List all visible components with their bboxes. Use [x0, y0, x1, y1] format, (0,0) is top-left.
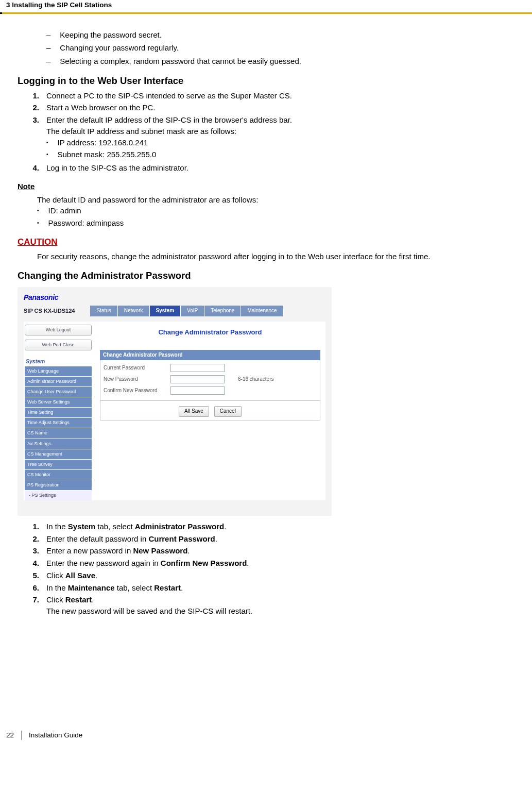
input-confirm-password[interactable]: [170, 386, 225, 395]
footer-separator: [21, 731, 22, 740]
panel-heading: Change Administrator Password: [100, 350, 320, 361]
sidebar-subitem-ps-settings[interactable]: - PS Settings: [25, 491, 92, 500]
step-text: In the Maintenance tab, select Restart.: [46, 582, 526, 594]
tab-telephone[interactable]: Telephone: [204, 306, 241, 316]
sidebar-item-change-user-password[interactable]: Change User Password: [25, 387, 92, 397]
sidebar-item-cs-monitor[interactable]: CS Monitor: [25, 470, 92, 480]
step-text: Connect a PC to the SIP-CS intended to s…: [46, 90, 526, 102]
default-id-value: ID: admin: [48, 205, 81, 216]
subnet-mask-value: Subnet mask: 255.255.255.0: [58, 149, 157, 160]
step-number: 2.: [30, 102, 39, 113]
step-text: Enter a new password in New Password.: [46, 545, 526, 557]
sidebar-item-web-language[interactable]: Web Language: [25, 366, 92, 377]
step-text: Click Restart. The new password will be …: [46, 594, 526, 617]
document-title: Installation Guide: [29, 730, 82, 740]
header-rule: [0, 12, 532, 14]
step-number: 4.: [30, 558, 39, 569]
label-confirm-password: Confirm New Password: [104, 387, 170, 395]
step-text: Enter the new password again in Confirm …: [46, 558, 526, 569]
list-item-text: Keeping the password secret.: [60, 29, 162, 41]
step-text: Enter the default IP address of the SIP-…: [46, 114, 526, 126]
input-new-password[interactable]: [170, 375, 225, 383]
dash-marker: –: [46, 56, 50, 67]
tab-maintenance[interactable]: Maintenance: [241, 306, 283, 316]
password-responsibility-list: –Keeping the password secret. –Changing …: [18, 29, 526, 67]
step-number: 3.: [30, 114, 39, 161]
tab-voip[interactable]: VoIP: [181, 306, 204, 316]
bullet-marker: •: [37, 207, 39, 218]
step-number: 7.: [30, 594, 39, 617]
brand-logo: Panasonic: [24, 292, 325, 302]
step-number: 4.: [30, 162, 39, 174]
caution-text: For security reasons, change the adminis…: [18, 251, 526, 262]
step-number: 5.: [30, 570, 39, 581]
step-text: Log in to the SIP-CS as the administrato…: [46, 162, 526, 174]
step-text: Click All Save.: [46, 570, 526, 581]
page-number: 22: [6, 730, 14, 740]
sidebar-item-administrator-password[interactable]: Administrator Password: [25, 377, 92, 387]
all-save-button[interactable]: All Save: [179, 406, 209, 417]
list-item-text: Changing your password regularly.: [60, 42, 179, 54]
bullet-marker: •: [46, 139, 48, 150]
step-number: 1.: [30, 521, 39, 532]
dash-marker: –: [46, 29, 50, 41]
admin-password-screenshot: Panasonic SIP CS KX-UDS124 Status Networ…: [18, 287, 332, 516]
sidebar-item-cs-name[interactable]: CS Name: [25, 428, 92, 439]
caution-heading: CAUTION: [18, 236, 526, 249]
tab-status[interactable]: Status: [90, 306, 117, 316]
step-number: 6.: [30, 582, 39, 594]
step-text: Enter the default password in Current Pa…: [46, 533, 526, 545]
sidebar-item-web-server-settings[interactable]: Web Server Settings: [25, 397, 92, 408]
sidebar-item-cs-management[interactable]: CS Management: [25, 449, 92, 460]
list-item-text: Selecting a complex, random password tha…: [60, 56, 301, 67]
web-port-close-button[interactable]: Web Port Close: [25, 340, 92, 350]
heading-login: Logging in to the Web User Interface: [18, 74, 526, 88]
login-steps: 1. Connect a PC to the SIP-CS intended t…: [18, 90, 526, 174]
default-password-value: Password: adminpass: [48, 217, 124, 229]
sidebar-item-time-setting[interactable]: Time Setting: [25, 408, 92, 418]
cancel-button[interactable]: Cancel: [214, 406, 242, 417]
step-text: The default IP address and subnet mask a…: [46, 126, 526, 137]
step-text: Start a Web browser on the PC.: [46, 102, 526, 113]
dash-marker: –: [46, 42, 50, 54]
step-number: 1.: [30, 90, 39, 102]
panel-main-title: Change Administrator Password: [100, 328, 320, 338]
hint-password-length: 6-16 characters: [238, 376, 273, 383]
device-model: SIP CS KX-UDS124: [24, 307, 75, 315]
label-current-password: Current Password: [104, 364, 170, 372]
step-text: In the System tab, select Administrator …: [46, 521, 526, 532]
bullet-marker: •: [37, 220, 39, 231]
page-header-chapter: 3 Installing the SIP Cell Stations: [0, 0, 532, 12]
tab-system[interactable]: System: [150, 306, 181, 316]
step-number: 2.: [30, 533, 39, 545]
tab-network[interactable]: Network: [118, 306, 150, 316]
bullet-marker: •: [46, 151, 48, 162]
sidebar-item-air-settings[interactable]: Air Settings: [25, 439, 92, 449]
input-current-password[interactable]: [170, 364, 225, 372]
sidebar-item-ps-registration[interactable]: PS Registration: [25, 480, 92, 491]
ip-address-value: IP address: 192.168.0.241: [58, 137, 148, 148]
note-heading: Note: [18, 181, 526, 192]
sidebar-item-tree-survey[interactable]: Tree Survey: [25, 460, 92, 470]
change-password-steps: 1. In the System tab, select Administrat…: [18, 521, 526, 617]
heading-change-password: Changing the Administrator Password: [18, 269, 526, 283]
label-new-password: New Password: [104, 376, 170, 383]
top-tabs: Status Network System VoIP Telephone Mai…: [90, 306, 283, 316]
sidebar-item-time-adjust-settings[interactable]: Time Adjust Settings: [25, 418, 92, 428]
note-text: The default ID and password for the admi…: [37, 194, 526, 206]
web-logout-button[interactable]: Web Logout: [25, 325, 92, 335]
step-number: 3.: [30, 545, 39, 557]
sidebar-heading-system: System: [26, 358, 92, 365]
